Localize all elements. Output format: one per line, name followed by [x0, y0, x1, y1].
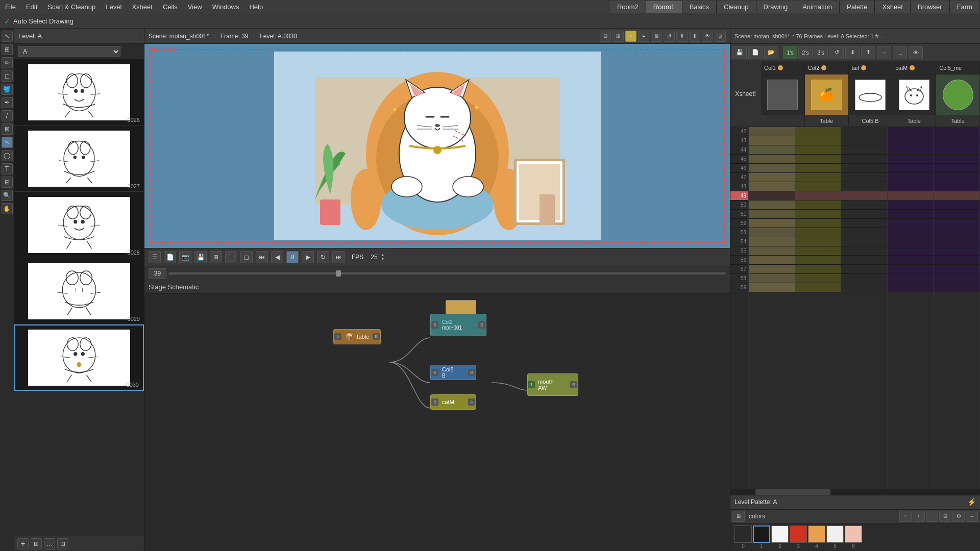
- level-more-btn[interactable]: …: [44, 538, 55, 549]
- xs-save-btn[interactable]: 💾: [732, 46, 747, 59]
- pal-new-btn[interactable]: +: [913, 511, 925, 522]
- cell-tail-52[interactable]: [841, 219, 887, 228]
- tool-rubber[interactable]: ◯: [2, 150, 13, 161]
- menu-help[interactable]: Help: [244, 1, 268, 13]
- xs-export-btn[interactable]: ⬇: [845, 46, 860, 59]
- cell-col1-45[interactable]: [749, 155, 795, 164]
- cell-catm-46[interactable]: [888, 164, 934, 173]
- menu-xsheet[interactable]: Xsheet: [127, 1, 157, 13]
- room-tab-xsheet[interactable]: Xsheet: [875, 1, 910, 13]
- cell-col1-56[interactable]: [749, 256, 795, 265]
- node-port-b[interactable]: B: [373, 333, 380, 340]
- tool-camera[interactable]: ⊟: [2, 177, 13, 188]
- cell-col2-58[interactable]: [795, 274, 841, 283]
- cell-catm-48[interactable]: [888, 182, 934, 191]
- pb-pause-btn[interactable]: ⏸: [286, 251, 299, 263]
- room-tab-room1[interactable]: Room1: [646, 1, 682, 13]
- cell-col1-53[interactable]: [749, 228, 795, 237]
- cell-col2-42[interactable]: [795, 127, 841, 136]
- tb-icon-5[interactable]: ⊠: [651, 31, 662, 42]
- level-settings-btn[interactable]: ⊡: [57, 538, 68, 549]
- xs-file-btn[interactable]: 📄: [748, 46, 763, 59]
- pb-capture-btn[interactable]: 📷: [179, 251, 191, 263]
- swatch-2[interactable]: [771, 525, 789, 543]
- cell-tail-44[interactable]: [841, 145, 887, 155]
- cell-col2-45[interactable]: [795, 155, 841, 164]
- cell-catm-47[interactable]: [888, 173, 934, 182]
- node-catm-port-b[interactable]: B: [431, 398, 438, 406]
- palette-swatch-3[interactable]: 3: [790, 525, 807, 549]
- xs-open-btn[interactable]: 📂: [764, 46, 778, 59]
- xs-speed-3s[interactable]: 3's: [814, 46, 828, 59]
- cell-col2-54[interactable]: [795, 237, 841, 246]
- cell-col5me-55[interactable]: [934, 246, 979, 256]
- cell-catm-52[interactable]: [888, 219, 934, 228]
- cell-col2-55[interactable]: [795, 246, 841, 256]
- fps-arrows[interactable]: ▲ ▼: [381, 253, 385, 261]
- pb-play-btn[interactable]: ▶: [302, 251, 314, 263]
- menu-file[interactable]: File: [0, 1, 21, 13]
- pb-loop-btn[interactable]: ↻: [317, 251, 329, 263]
- tb-icon-8[interactable]: ⬆: [689, 31, 700, 42]
- pb-rewind-btn[interactable]: ⏮: [256, 251, 268, 263]
- cell-tail-48[interactable]: [841, 182, 887, 191]
- pb-save-btn[interactable]: 💾: [194, 251, 207, 263]
- cell-col2-52[interactable]: [795, 219, 841, 228]
- tool-zoom[interactable]: 🔍: [2, 190, 13, 201]
- pb-layout-btn[interactable]: ⊞: [210, 251, 222, 263]
- tool-eraser[interactable]: ◻: [2, 70, 13, 82]
- cell-col1-44[interactable]: [749, 145, 795, 155]
- tb-icon-9[interactable]: 👁: [702, 31, 713, 42]
- node-mouth-aw[interactable]: 1 mouth AW B: [527, 373, 578, 396]
- cell-tail-49[interactable]: [841, 191, 887, 201]
- cell-col1-42[interactable]: [749, 127, 795, 136]
- cell-col5me-49[interactable]: [934, 191, 979, 201]
- cell-catm-54[interactable]: [888, 237, 934, 246]
- node-port-a[interactable]: A: [334, 333, 341, 340]
- cell-col1-47[interactable]: [749, 173, 795, 182]
- cell-col2-51[interactable]: [795, 210, 841, 219]
- xs-speed-2s[interactable]: 2's: [798, 46, 813, 59]
- xsheet-hscrollbar[interactable]: [730, 489, 980, 495]
- xs-more-btn[interactable]: …: [893, 46, 907, 59]
- cell-catm-42[interactable]: [888, 127, 934, 136]
- cell-col5me-47[interactable]: [934, 173, 979, 182]
- cell-catm-56[interactable]: [888, 256, 934, 265]
- node-col8[interactable]: B Col8B B: [430, 365, 476, 380]
- tb-icon-3[interactable]: ▪: [625, 31, 636, 42]
- palette-swatch-1[interactable]: 1: [753, 525, 770, 549]
- cell-catm-50[interactable]: [888, 201, 934, 210]
- palette-power-icon[interactable]: ⚡: [967, 498, 976, 506]
- cell-tail-53[interactable]: [841, 228, 887, 237]
- tb-icon-1[interactable]: ⊟: [600, 31, 611, 42]
- cell-catm-55[interactable]: [888, 246, 934, 256]
- cell-catm-53[interactable]: [888, 228, 934, 237]
- cell-col5me-53[interactable]: [934, 228, 979, 237]
- cell-tail-56[interactable]: [841, 256, 887, 265]
- pal-grid-btn[interactable]: ⊞: [732, 511, 745, 522]
- cell-col1-55[interactable]: [749, 246, 795, 256]
- pal-delete-btn[interactable]: −: [926, 511, 938, 522]
- pb-new-btn[interactable]: 📄: [164, 251, 176, 263]
- pal-list-btn[interactable]: ≡: [899, 511, 912, 522]
- cell-col1-50[interactable]: [749, 201, 795, 210]
- cell-catm-43[interactable]: [888, 136, 934, 145]
- tool-fill[interactable]: 🪣: [2, 84, 13, 95]
- swatch-5[interactable]: [826, 525, 844, 543]
- menu-view[interactable]: View: [183, 1, 207, 13]
- cell-col5me-56[interactable]: [934, 256, 979, 265]
- cell-col5me-54[interactable]: [934, 237, 979, 246]
- cell-tail-42[interactable]: [841, 127, 887, 136]
- node-mouth-port-b[interactable]: B: [570, 381, 577, 388]
- node-col2-mot[interactable]: B Col2 mot~001 B: [430, 314, 486, 336]
- cell-col2-48[interactable]: [795, 182, 841, 191]
- cell-col5me-51[interactable]: [934, 210, 979, 219]
- tb-icon-6[interactable]: ↺: [664, 31, 675, 42]
- node-col2-port-b2[interactable]: B: [478, 321, 485, 329]
- room-tab-basics[interactable]: Basics: [682, 1, 717, 13]
- frame-slider[interactable]: [168, 272, 726, 274]
- xs-eye-btn[interactable]: 👁: [909, 46, 923, 59]
- swatch-1[interactable]: [753, 525, 770, 543]
- pb-fullscreen-btn[interactable]: ⬛: [225, 251, 237, 263]
- cell-col2-43[interactable]: [795, 136, 841, 145]
